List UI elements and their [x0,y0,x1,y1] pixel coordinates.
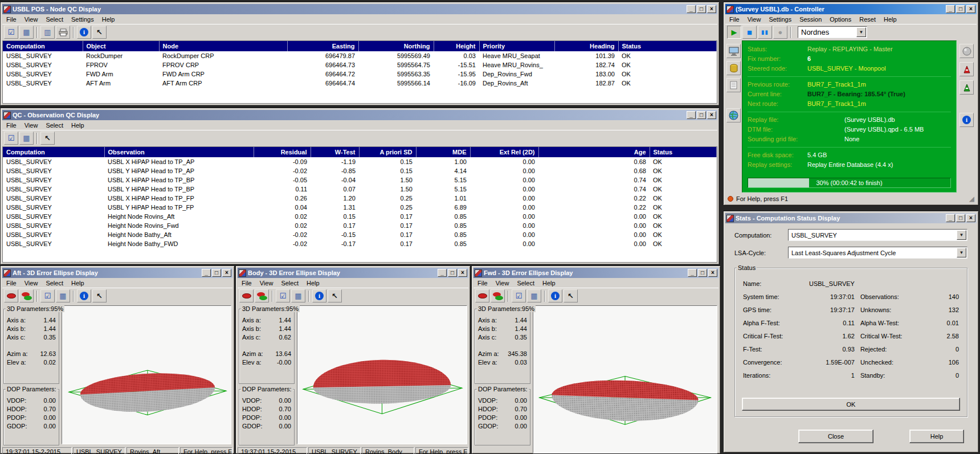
minimize-button[interactable]: _ [687,5,696,13]
grid-display-icon[interactable]: ▦ [56,289,70,302]
table-row[interactable]: USBL_SURVEYUSBL X HiPAP Head to TP_BP-0.… [3,175,717,185]
table-row[interactable]: USBL_SURVEYUSBL Y HiPAP Head to TP_FP0.0… [3,203,717,212]
column-header-ext-rel-2d-[interactable]: Ext Rel (2D) [470,147,538,157]
play-button[interactable]: ▶ [727,26,741,39]
table-row[interactable]: USBL_SURVEYHeight Node Bathy_FWD-0.02-0.… [3,239,717,248]
info-icon[interactable]: i [548,289,562,302]
chevron-down-icon[interactable]: ▼ [856,27,866,37]
menu-view[interactable]: View [744,15,765,23]
database-icon[interactable] [726,61,741,75]
menu-options[interactable]: Options [826,15,855,23]
close-button[interactable]: × [966,5,975,13]
column-header-a-priori-sd[interactable]: A priori SD [359,147,416,157]
sphere-icon[interactable] [959,44,974,58]
layout-columns-icon[interactable]: ▥ [40,26,55,39]
ellipse-3d-view[interactable] [297,305,467,444]
menu-view[interactable]: View [492,279,513,287]
column-header-node[interactable]: Node [159,41,287,51]
resize-grip[interactable]: ◢ [969,195,974,202]
info-icon[interactable]: i [77,289,91,302]
qc-check-icon[interactable]: ☑ [40,289,55,302]
column-header-height[interactable]: Height [434,41,479,51]
table-row[interactable]: USBL_SURVEYAFT ArmAFT Arm CRP696464.7459… [3,79,717,88]
minimize-button[interactable]: _ [687,111,696,119]
close-button[interactable]: × [707,111,716,119]
maximize-button[interactable]: □ [956,5,965,13]
close-button[interactable]: × [708,269,717,277]
close-button[interactable]: × [707,5,716,13]
ellipse-red-icon[interactable] [239,289,254,302]
menu-help[interactable]: Help [303,279,324,287]
menu-settings[interactable]: Settings [67,15,98,23]
menu-help[interactable]: Help [538,279,560,287]
maximize-button[interactable]: □ [448,269,457,277]
computation-select[interactable]: USBL_SURVEY ▼ [788,229,967,241]
qc-check-icon[interactable]: ☑ [4,26,18,39]
menu-help[interactable]: Help [67,279,88,287]
menu-view[interactable]: View [256,279,277,287]
menu-select[interactable]: Select [277,279,303,287]
chevron-down-icon[interactable]: ▼ [957,230,966,240]
column-header-w-test[interactable]: W-Test [311,147,359,157]
column-header-northing[interactable]: Northing [358,41,434,51]
qc-check-icon[interactable]: ☑ [276,289,290,302]
close-button[interactable]: × [966,214,975,222]
titlebar[interactable]: Aft - 3D Error Ellipse Display _ □ × [2,268,232,278]
menu-help[interactable]: Help [98,15,119,23]
minimize-button[interactable]: _ [202,269,211,277]
ellipse-dual-icon[interactable] [491,289,505,302]
column-header-computation[interactable]: Computation [3,147,104,157]
column-header-status[interactable]: Status [618,41,717,51]
close-button[interactable]: Close [798,430,873,443]
cone-red-icon[interactable] [959,62,974,76]
maximize-button[interactable]: □ [697,111,706,119]
help-pointer-icon[interactable]: ↖ [92,289,107,302]
stop-button[interactable]: ■ [742,26,757,39]
column-header-residual[interactable]: Residual [254,147,311,157]
table-row[interactable]: USBL_SURVEYUSBL Y HiPAP Head to TP_AP-0.… [3,166,717,175]
menu-settings[interactable]: Settings [765,15,795,23]
menu-view[interactable]: View [21,15,42,23]
ellipse-red-icon[interactable] [475,289,489,302]
menu-file[interactable]: File [725,15,744,23]
vessel-select[interactable]: Nordnes ▼ [798,26,867,38]
ellipse-dual-icon[interactable] [19,289,34,302]
maximize-button[interactable]: □ [956,214,965,222]
menu-reset[interactable]: Reset [855,15,880,23]
globe-icon[interactable] [726,108,741,122]
menu-help[interactable]: Help [67,121,88,129]
menu-select[interactable]: Select [513,279,538,287]
close-button[interactable]: × [458,269,467,277]
maximize-button[interactable]: □ [697,5,706,13]
menu-file[interactable]: File [2,121,21,129]
ellipse-red-icon[interactable] [4,289,18,302]
qc-check-icon[interactable]: ☑ [4,132,18,145]
grid-display-icon[interactable]: ▦ [19,132,34,145]
menu-select[interactable]: Select [42,15,67,23]
menu-file[interactable]: File [2,279,21,287]
column-header-observation[interactable]: Observation [104,147,254,157]
maximize-button[interactable]: □ [212,269,221,277]
minimize-button[interactable]: _ [946,5,955,13]
column-header-object[interactable]: Object [83,41,159,51]
info-icon[interactable]: i [77,26,91,39]
titlebar[interactable]: Fwd - 3D Error Ellipse Display _ □ × [473,268,718,278]
pause-button[interactable]: ▮▮ [758,26,772,39]
qc-check-icon[interactable]: ☑ [512,289,526,302]
column-header-mde[interactable]: MDE [416,147,470,157]
record-button[interactable]: ● [773,26,787,39]
table-row[interactable]: USBL_SURVEYFWD ArmFWD Arm CRP696464.7259… [3,69,717,79]
ellipse-dual-icon[interactable] [255,289,269,302]
info-icon[interactable]: i [959,113,974,127]
titlebar[interactable]: Stats - Computation Status Display _ □ × [725,213,977,223]
maximize-button[interactable]: □ [698,269,707,277]
close-button[interactable]: × [222,269,231,277]
column-header-computation[interactable]: Computation [3,41,83,51]
grid-display-icon[interactable]: ▦ [527,289,541,302]
column-header-easting[interactable]: Easting [287,41,358,51]
titlebar[interactable]: QC - Observation QC Display _ □ × [2,110,717,120]
table-row[interactable]: USBL_SURVEYHeight Node Rovins_Fwd0.020.1… [3,221,717,230]
help-pointer-icon[interactable]: ↖ [40,132,55,145]
menu-file[interactable]: File [473,279,492,287]
lsa-cycle-select[interactable]: Last Least-Squares Adjustment Cycle ▼ [788,247,967,259]
